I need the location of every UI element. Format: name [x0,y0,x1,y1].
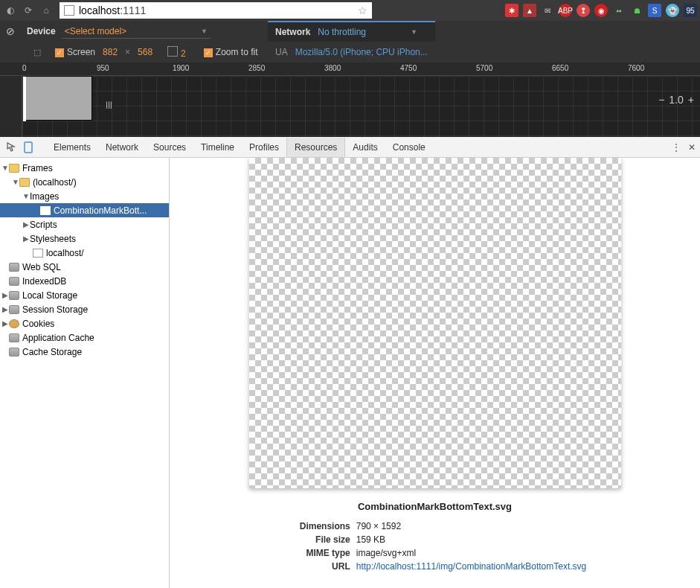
url-bar[interactable]: localhost:1111 ☆ [60,2,372,19]
ext-icon[interactable]: ◉ [594,4,608,17]
ext-icon[interactable]: ❢ [577,4,590,17]
url-text: localhost:1111 [79,4,146,16]
tab-audits[interactable]: Audits [345,138,385,157]
folder-icon [19,178,30,187]
database-icon [9,348,19,357]
resource-filesize: 159 KB [356,533,385,546]
tab-elements[interactable]: Elements [46,138,98,157]
tree-indexeddb[interactable]: IndexedDB [0,274,169,288]
tree-localstorage[interactable]: ▶Local Storage [0,288,169,302]
tab-console[interactable]: Console [385,138,433,157]
ext-icon[interactable]: ✱ [505,4,518,17]
tree-selected-file[interactable]: CombinationMarkBott... [0,203,169,217]
screen-checkbox[interactable]: ✓ [55,48,64,57]
database-icon [9,291,19,300]
bookmark-star-icon[interactable]: ☆ [358,4,367,16]
ua-label: UA [275,47,288,57]
resize-handle-icon[interactable]: ⫼ [104,98,115,110]
chevron-down-icon: ▼ [411,28,417,36]
file-icon [33,249,43,258]
tree-scripts[interactable]: ▶Scripts [0,217,169,231]
zoom-in-button[interactable]: + [688,94,694,106]
emulated-page[interactable] [25,76,92,121]
svg-rect-0 [25,142,32,153]
ext-icon[interactable]: 95 [684,4,697,17]
reload-icon[interactable]: ⟳ [21,3,36,18]
abp-icon[interactable]: ABP [559,4,572,17]
devtools-tabstrip: Elements Network Sources Timeline Profil… [0,137,700,158]
resource-dimensions: 790 × 1592 [356,520,401,533]
ext-icon[interactable]: S [648,4,661,17]
resource-url-link[interactable]: http://localhost:1111/img/CombinationMar… [356,560,586,573]
network-throttle-select[interactable]: Network No throttling ▼ [268,21,435,42]
file-icon [40,206,51,215]
devtools-body: ▼Frames ▼(localhost/) ▼Images Combinatio… [0,158,700,588]
cookie-icon [9,319,19,328]
tree-frames[interactable]: ▼Frames [0,161,169,175]
screen-width[interactable]: 882 [103,47,118,57]
tab-resources[interactable]: Resources [286,138,345,157]
dpr-icon [167,46,178,57]
zoom-to-fit-label: Zoom to fit [216,47,258,57]
database-icon [9,333,19,342]
tab-profiles[interactable]: Profiles [242,138,286,157]
inspect-icon[interactable] [4,140,19,155]
page-icon [64,5,74,16]
network-label: Network [275,27,310,37]
ruler-vertical [0,76,22,137]
device-toolbar: ⊘ Device <Select model>▼ ⬚ ✓Screen 882 ×… [0,21,700,63]
extension-icons: ✱ ▲ ✉ ABP ❢ ◉ ▪▪ ☗ S 👻 95 [505,4,697,17]
network-value: No throttling [318,27,366,37]
tree-stylesheets[interactable]: ▶Stylesheets [0,231,169,246]
database-icon [9,305,19,314]
zoom-level: 1.0 [669,94,683,106]
no-entry-icon[interactable]: ⊘ [0,21,21,42]
close-devtools-icon[interactable]: ✕ [688,142,696,153]
dpr-value[interactable]: 2 [181,48,186,59]
zoom-controls: − 1.0 + [658,94,694,106]
device-viewport: 0 950 1900 2850 3800 4750 5700 6650 7600… [0,63,700,137]
tab-menu-icon[interactable]: ◐ [3,3,18,18]
database-icon [9,263,19,272]
device-mode-icon[interactable] [21,140,36,155]
tree-sessionstorage[interactable]: ▶Session Storage [0,302,169,316]
resources-sidebar: ▼Frames ▼(localhost/) ▼Images Combinatio… [0,158,170,588]
screen-label: Screen [67,47,95,57]
tab-sources[interactable]: Sources [146,138,193,157]
zoom-out-button[interactable]: − [658,94,664,106]
tree-localhost-file[interactable]: localhost/ [0,246,169,260]
tree-appcache[interactable]: Application Cache [0,330,169,345]
zoom-checkbox[interactable]: ✓ [204,48,213,57]
device-model-select[interactable]: <Select model>▼ [62,25,211,39]
database-icon [9,277,19,286]
home-icon[interactable]: ⌂ [39,3,54,18]
tree-cookies[interactable]: ▶Cookies [0,316,169,330]
image-preview [249,158,621,488]
tree-websql[interactable]: Web SQL [0,260,169,274]
resource-mime: image/svg+xml [356,546,416,560]
ext-icon[interactable]: ☗ [630,4,643,17]
ua-value[interactable]: Mozilla/5.0 (iPhone; CPU iPhon... [295,47,428,57]
tree-cachestorage[interactable]: Cache Storage [0,345,169,359]
device-label: Device [27,26,56,36]
ruler-horizontal: 0 950 1900 2850 3800 4750 5700 6650 7600 [0,63,700,76]
ext-icon[interactable]: ▲ [523,4,536,17]
resource-metadata: CombinationMarkBottomText.svg Dimensions… [170,489,700,588]
ext-icon[interactable]: ✉ [541,4,554,17]
resource-filename: CombinationMarkBottomText.svg [170,501,700,512]
tab-network[interactable]: Network [98,138,146,157]
device-canvas[interactable]: ⫼ − 1.0 + [22,76,700,137]
ext-icon[interactable]: ▪▪ [612,4,626,17]
kebab-menu-icon[interactable]: ⋮ [672,142,681,153]
resource-main: CombinationMarkBottomText.svg Dimensions… [170,158,700,588]
tree-localhost[interactable]: ▼(localhost/) [0,175,169,189]
dock-icon[interactable]: ⬚ [27,42,48,63]
screen-height[interactable]: 568 [138,47,152,57]
tree-images[interactable]: ▼Images [0,189,169,203]
chevron-down-icon: ▼ [201,28,208,35]
dim-x: × [125,47,130,57]
browser-toolbar: ◐ ⟳ ⌂ localhost:1111 ☆ ✱ ▲ ✉ ABP ❢ ◉ ▪▪ … [0,0,700,21]
folder-icon [9,164,19,173]
ext-icon[interactable]: 👻 [666,4,679,17]
tab-timeline[interactable]: Timeline [193,138,242,157]
